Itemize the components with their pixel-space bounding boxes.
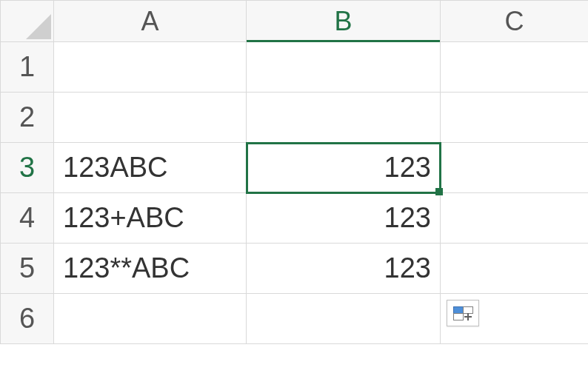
auto-fill-options-icon (453, 306, 472, 320)
spreadsheet: A B C 1 2 3 123ABC 123 4 123+ABC 123 (0, 0, 588, 376)
row-1: 1 (1, 42, 589, 93)
cell-a1[interactable] (54, 42, 247, 93)
cell-b2[interactable] (247, 93, 441, 143)
cell-c5[interactable] (441, 244, 589, 294)
row-header-2[interactable]: 2 (1, 93, 54, 143)
row-header-4[interactable]: 4 (1, 193, 54, 244)
row-header-1[interactable]: 1 (1, 42, 54, 93)
cell-b5[interactable]: 123 (247, 244, 441, 294)
cell-a2[interactable] (54, 93, 247, 143)
row-header-5[interactable]: 5 (1, 244, 54, 294)
cell-a5[interactable]: 123**ABC (54, 244, 247, 294)
cell-b4[interactable]: 123 (247, 193, 441, 244)
col-header-a[interactable]: A (54, 1, 247, 42)
cell-c4[interactable] (441, 193, 589, 244)
cell-a3[interactable]: 123ABC (54, 143, 247, 193)
row-2: 2 (1, 93, 589, 143)
cell-b6[interactable] (247, 294, 441, 344)
row-header-6[interactable]: 6 (1, 294, 54, 344)
cell-c2[interactable] (441, 93, 589, 143)
col-header-b[interactable]: B (247, 1, 441, 42)
cell-c3[interactable] (441, 143, 589, 193)
auto-fill-options-button[interactable] (447, 300, 479, 326)
cell-a4[interactable]: 123+ABC (54, 193, 247, 244)
row-4: 4 123+ABC 123 (1, 193, 589, 244)
cell-b1[interactable] (247, 42, 441, 93)
cell-a6[interactable] (54, 294, 247, 344)
cell-grid[interactable]: A B C 1 2 3 123ABC 123 4 123+ABC 123 (0, 0, 588, 344)
row-6: 6 (1, 294, 589, 344)
col-header-c[interactable]: C (441, 1, 589, 42)
column-header-row: A B C (1, 1, 589, 42)
row-header-3[interactable]: 3 (1, 143, 54, 193)
cell-c1[interactable] (441, 42, 589, 93)
row-3: 3 123ABC 123 (1, 143, 589, 193)
select-all-corner[interactable] (1, 1, 54, 42)
cell-b3[interactable]: 123 (247, 143, 441, 193)
row-5: 5 123**ABC 123 (1, 244, 589, 294)
